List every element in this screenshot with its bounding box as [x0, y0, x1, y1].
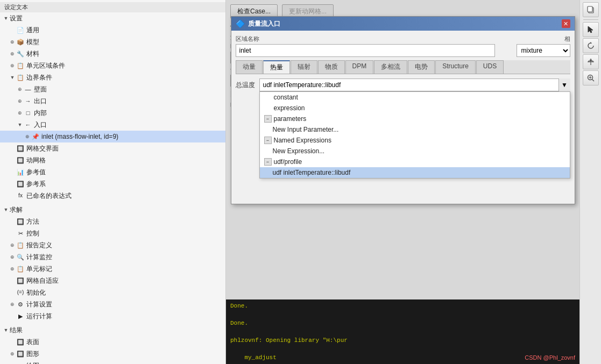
surface-label: 表面 [26, 337, 39, 347]
toggle-mesh-adapt [9, 277, 16, 284]
toolbar-cursor-button[interactable] [583, 22, 599, 37]
init-label: 初始化 [26, 288, 46, 297]
phase-select[interactable]: mixture [517, 44, 570, 57]
sidebar-item-mesh-adapt[interactable]: 🔲 网格自适应 [0, 275, 225, 287]
toggle-graphics[interactable]: ⊕ [9, 350, 16, 358]
sidebar-item-results[interactable]: ▼ 结果 [0, 324, 225, 336]
tab-dpm[interactable]: DPM [345, 60, 374, 74]
sidebar-item-inlet-mass[interactable]: ⊕ 📌 inlet (mass-flow-inlet, id=9) [0, 131, 225, 142]
sidebar-item-general[interactable]: 📄 通用 [0, 24, 225, 36]
parameters-collapse-btn[interactable]: − [264, 115, 272, 123]
sidebar-item-run-calc[interactable]: ▶ 运行计算 [0, 310, 225, 322]
sidebar-item-cell-marker[interactable]: ⊕ 📋 单元标记 [0, 263, 225, 275]
toggle-cell-zone[interactable]: ⊕ [9, 62, 16, 69]
toggle-settings[interactable]: ▼ [2, 15, 10, 22]
toggle-method [9, 218, 16, 225]
toggle-report-def[interactable]: ⊕ [9, 241, 16, 249]
toolbar-move-button[interactable] [583, 54, 599, 69]
copy-icon [586, 5, 595, 14]
sidebar-item-mesh-interface[interactable]: 🔲 网格交界面 [0, 142, 225, 154]
toolbar-zoom-button[interactable] [583, 70, 599, 85]
boundary-label: 边界条件 [26, 73, 52, 82]
dropdown-item-udf-group[interactable]: − udf/profile [260, 156, 570, 167]
tab-structure[interactable]: Structure [435, 60, 476, 74]
toolbar-divider-1 [583, 19, 598, 20]
temp-dropdown-arrow[interactable]: ▼ [558, 78, 570, 91]
cell-zone-label: 单元区域条件 [26, 61, 65, 70]
inlet-mass-icon: 📌 [31, 132, 40, 141]
dropdown-item-constant[interactable]: constant [260, 92, 570, 103]
dropdown-item-expression[interactable]: expression [260, 103, 570, 113]
tab-thermal[interactable]: 热量 [263, 60, 290, 74]
tab-potential[interactable]: 电势 [408, 60, 435, 74]
dropdown-item-new-expression[interactable]: New Expression... [260, 146, 570, 156]
toggle-interior[interactable]: ⊕ [16, 109, 24, 117]
tab-momentum[interactable]: 动量 [236, 60, 263, 74]
toggle-solver[interactable]: ▼ [2, 206, 10, 213]
sidebar-item-interior[interactable]: ⊕ □ 内部 [0, 107, 225, 119]
mass-flow-inlet-dialog: 🔷 质量流入口 ✕ 区域名称 相 [231, 16, 575, 204]
toggle-model[interactable]: ⊕ [9, 38, 16, 46]
sidebar-item-named-expr[interactable]: fx 已命名的表达式 [0, 190, 225, 202]
sidebar-item-report-def[interactable]: ⊕ 📋 报告定义 [0, 239, 225, 251]
sidebar-item-surface[interactable]: 🔲 表面 [0, 336, 225, 348]
toolbar-copy-button[interactable] [583, 2, 599, 17]
sidebar-item-inlet[interactable]: ▼ ← 入口 [0, 119, 225, 131]
sidebar-item-calc-setup[interactable]: ⊕ ⚙ 计算设置 [0, 298, 225, 310]
console-line-1: Done. [230, 302, 575, 310]
toggle-calc-setup[interactable]: ⊕ [9, 301, 16, 308]
sidebar-item-boundary[interactable]: ▼ 📋 边界条件 [0, 72, 225, 83]
tab-species[interactable]: 物质 [318, 60, 345, 74]
toolbar-refresh-button[interactable] [583, 38, 599, 53]
sidebar-item-solver[interactable]: ▼ 求解 [0, 204, 225, 216]
toggle-wall[interactable]: ⊕ [16, 85, 24, 93]
dialog-close-button[interactable]: ✕ [562, 19, 570, 28]
toggle-boundary[interactable]: ▼ [9, 74, 16, 81]
temp-select-display[interactable]: udf inletTemperature::libudf [259, 78, 570, 91]
surface-icon: 🔲 [16, 338, 25, 346]
toggle-cell-marker[interactable]: ⊕ [9, 265, 16, 273]
toggle-material[interactable]: ⊕ [9, 50, 16, 58]
tab-uds[interactable]: UDS [476, 60, 504, 74]
report-def-icon: 📋 [16, 241, 25, 249]
mesh-adapt-label: 网格自适应 [26, 276, 59, 286]
sidebar-item-ref-value[interactable]: 📊 参考值 [0, 166, 225, 178]
dropdown-menu: constant expression − parameters [259, 91, 570, 179]
sidebar-item-control[interactable]: ✂ 控制 [0, 227, 225, 239]
sidebar-item-init[interactable]: (=) 初始化 [0, 287, 225, 298]
run-calc-icon: ▶ [16, 312, 25, 320]
dropdown-item-named-expr-group[interactable]: − Named Expressions [260, 135, 570, 146]
sidebar-item-model[interactable]: ⊕ 📦 模型 [0, 36, 225, 48]
sidebar-item-calc-monitor[interactable]: ⊕ 🔍 计算监控 [0, 251, 225, 263]
mesh-interface-label: 网格交界面 [26, 144, 59, 153]
named-expr-collapse-btn[interactable]: − [264, 137, 272, 144]
udf-collapse-btn[interactable]: − [264, 158, 272, 166]
toggle-inlet[interactable]: ▼ [16, 121, 24, 129]
dropdown-item-parameters-group[interactable]: − parameters [260, 113, 570, 124]
toggle-calc-monitor[interactable]: ⊕ [9, 253, 16, 261]
sidebar-item-outlet[interactable]: ⊕ → 出口 [0, 95, 225, 107]
toggle-drawing [9, 362, 16, 364]
watermark: CSDN @Phl_zovnf [525, 354, 575, 361]
sidebar-item-graphics[interactable]: ⊕ 🔲 图形 [0, 348, 225, 360]
sidebar-item-ref-frame[interactable]: 🔲 参考系 [0, 178, 225, 190]
mesh-adapt-icon: 🔲 [16, 276, 25, 285]
sidebar-item-material[interactable]: ⊕ 🔧 材料 [0, 48, 225, 60]
sidebar-item-settings[interactable]: ▼ 设置 [0, 12, 225, 24]
toggle-results[interactable]: ▼ [2, 326, 10, 334]
sidebar-item-cell-zone[interactable]: ⊕ 📋 单元区域条件 [0, 60, 225, 72]
graphics-label: 图形 [26, 349, 39, 359]
svg-line-5 [592, 80, 594, 82]
sidebar-item-drawing[interactable]: ✏ 绘图 [0, 360, 225, 364]
tab-radiation[interactable]: 辐射 [291, 60, 317, 74]
sidebar-item-wall[interactable]: ⊕ — 壁面 [0, 83, 225, 95]
zone-name-input[interactable] [236, 44, 495, 57]
sidebar-item-dynamic-mesh[interactable]: 🔲 动网格 [0, 154, 225, 166]
sidebar-item-method[interactable]: 🔲 方法 [0, 216, 225, 227]
dropdown-item-udf-inlet-temp[interactable]: udf inletTemperature::libudf [260, 167, 570, 178]
material-icon: 🔧 [16, 49, 25, 58]
console-line-2 [230, 310, 575, 319]
tab-multiphase[interactable]: 多相流 [374, 60, 407, 74]
toggle-outlet[interactable]: ⊕ [16, 97, 24, 105]
dropdown-item-new-input-param[interactable]: New Input Parameter... [260, 124, 570, 135]
